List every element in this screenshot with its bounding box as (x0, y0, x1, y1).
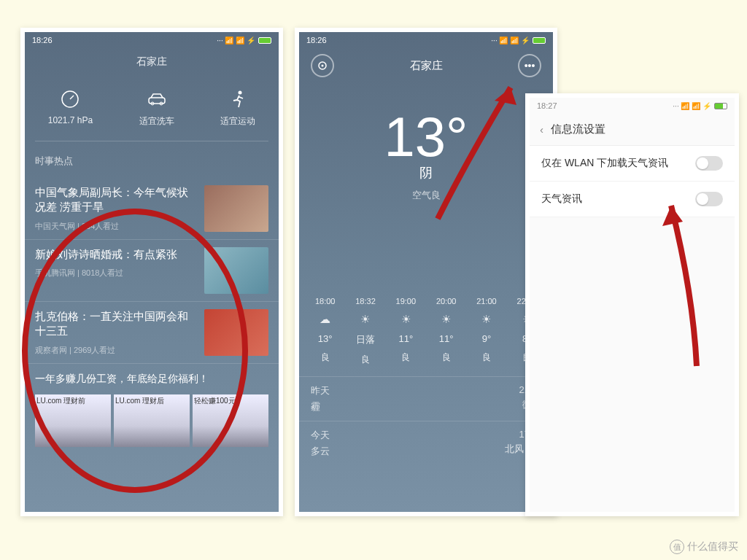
news-meta: 手机腾讯网 | 8018人看过 (35, 268, 197, 279)
status-icons: ··· 📶 📶 ⚡ (673, 102, 727, 110)
news-item[interactable]: 新娘刘诗诗晒婚戒：有点紧张 手机腾讯网 | 8018人看过 (25, 240, 279, 302)
news-title: 扎克伯格：一直关注中国两会和十三五 (35, 309, 197, 339)
more-button[interactable]: ••• (518, 54, 541, 77)
news-item[interactable]: 扎克伯格：一直关注中国两会和十三五 观察者网 | 2969人看过 (25, 302, 279, 364)
ad-thumb: LU.com 理财后 (114, 394, 190, 447)
status-bar: 18:26 ··· 📶 📶 ⚡ (25, 32, 279, 48)
phone-settings: 18:27 ··· 📶 📶 ⚡ ‹ 信息流设置 仅在 WLAN 下加载天气资讯 … (525, 93, 739, 516)
news-thumbnail (204, 309, 268, 356)
svg-line-1 (70, 96, 74, 99)
phone-weather: 18:26 ··· 📶 📶 ⚡ 石家庄 ••• 13° 阴 空气良 18:00 … (295, 28, 557, 516)
location-button[interactable] (311, 54, 334, 77)
temperature: 13° (299, 105, 553, 168)
watermark-icon: 值 (670, 540, 684, 554)
ad-thumb: 轻松赚100元 (193, 394, 268, 447)
status-bar: 18:26 ··· 📶 📶 ⚡ (299, 32, 553, 48)
aqi[interactable]: 空气良 (299, 189, 553, 202)
weather-icon: ☀ (436, 313, 457, 326)
news-meta: 观察者网 | 2969人看过 (35, 345, 197, 356)
daily-row[interactable]: 今天 多云 17° 8 北风 3级 (299, 421, 553, 465)
back-icon[interactable]: ‹ (540, 123, 543, 136)
daily-row[interactable]: 昨天 霾 21° 9 微风 (299, 376, 553, 421)
settings-news-item[interactable]: 天气资讯 (530, 182, 735, 217)
metric-label: 1021.7 hPa (48, 115, 93, 125)
settings-wlan-item[interactable]: 仅在 WLAN 下加载天气资讯 (530, 146, 735, 182)
status-bar: 18:27 ··· 📶 📶 ⚡ (530, 98, 735, 114)
hour-item: 19:00 ☀ 11° 良 (396, 297, 417, 366)
car-icon (139, 89, 174, 109)
weather-icon: ☀ (396, 313, 417, 326)
watermark: 值 什么值得买 (670, 540, 738, 554)
svg-point-7 (322, 65, 324, 67)
metric-carwash[interactable]: 适宜洗车 (139, 89, 174, 128)
weather-icon: ☁ (315, 313, 336, 326)
status-time: 18:26 (32, 36, 53, 44)
status-icons: ··· 📶 📶 ⚡ (491, 36, 546, 44)
hour-item: 21:00 ☀ 9° 良 (476, 297, 497, 366)
settings-title: 信息流设置 (551, 122, 605, 136)
settings-header: ‹ 信息流设置 (530, 114, 735, 146)
status-time: 18:27 (537, 101, 557, 110)
metric-sport[interactable]: 适宜运动 (220, 89, 255, 128)
ad-strip[interactable]: LU.com 理财前 LU.com 理财后 轻松赚100元 (25, 390, 279, 451)
news-title: 新娘刘诗诗晒婚戒：有点紧张 (35, 247, 197, 262)
ad-thumb: LU.com 理财前 (35, 394, 111, 447)
status-time: 18:26 (306, 36, 327, 44)
condition: 阴 (299, 164, 553, 182)
city-title: 石家庄 (410, 59, 443, 73)
news-thumbnail (204, 185, 268, 232)
toggle-switch[interactable] (695, 192, 723, 206)
metric-pressure[interactable]: 1021.7 hPa (48, 89, 93, 128)
settings-item-label: 仅在 WLAN 下加载天气资讯 (541, 157, 668, 170)
phone-news: 18:26 ··· 📶 📶 ⚡ 石家庄 1021.7 hPa 适宜洗车 适宜运动… (20, 28, 283, 516)
news-section-title: 时事热点 (25, 141, 279, 178)
metrics-row: 1021.7 hPa 适宜洗车 适宜运动 (25, 76, 279, 141)
news-thumbnail (204, 247, 268, 294)
hour-item: 20:00 ☀ 11° 良 (436, 297, 457, 366)
metric-label: 适宜运动 (220, 115, 255, 128)
gauge-icon (48, 89, 93, 109)
news-meta: 中国天气网 | 304人看过 (35, 221, 197, 232)
svg-point-5 (239, 91, 242, 95)
weather-topbar: 石家庄 ••• (299, 48, 553, 83)
city-title: 石家庄 (25, 48, 279, 76)
news-item[interactable]: 中国气象局副局长：今年气候状况差 涝重于旱 中国天气网 | 304人看过 (25, 178, 279, 240)
weather-icon: ☀ (476, 313, 497, 326)
sunset-icon: ☀ (355, 313, 376, 326)
news-title: 中国气象局副局长：今年气候状况差 涝重于旱 (35, 185, 197, 215)
ad-title[interactable]: 一年多赚几份工资，年底给足你福利！ (25, 364, 279, 390)
status-icons: ··· 📶 📶 ⚡ (217, 36, 271, 44)
hour-item: 18:00 ☁ 13° 良 (315, 297, 336, 366)
hourly-forecast[interactable]: 18:00 ☁ 13° 良 18:32 ☀ 日落 良 19:00 ☀ 11° 良… (299, 202, 553, 376)
metric-label: 适宜洗车 (139, 115, 174, 128)
hour-item: 18:32 ☀ 日落 良 (355, 297, 376, 366)
running-icon (220, 89, 255, 109)
settings-item-label: 天气资讯 (541, 192, 582, 206)
toggle-switch[interactable] (695, 156, 723, 171)
